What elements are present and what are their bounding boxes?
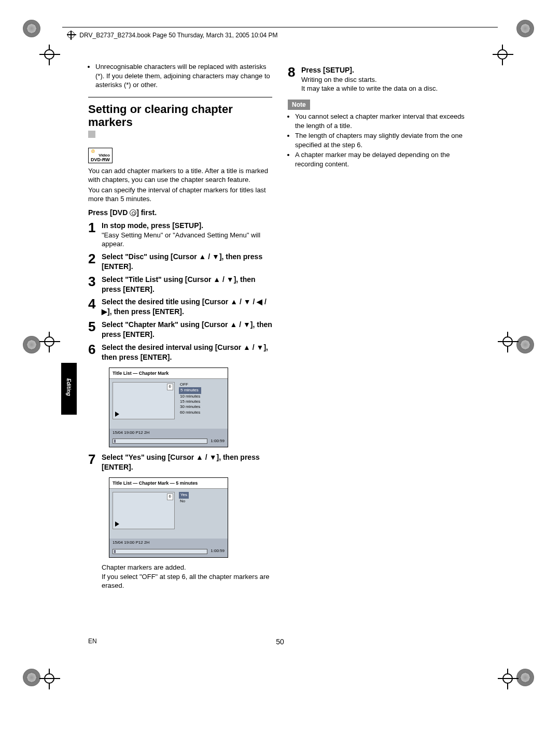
section-rule: [88, 97, 272, 97]
note-item: The length of chapters may slightly devi…: [295, 131, 472, 149]
press-dvd-first: Press [DVD ] first.: [88, 208, 272, 218]
scr1-thumb-num: 6: [167, 384, 173, 390]
scr2-time: 1:00:59: [211, 548, 225, 554]
scr2-title: Title List — Chapter Mark — 5 minutes: [109, 478, 228, 489]
scr1-title: Title List — Chapter Mark: [109, 368, 228, 379]
option-item: 10 minutes: [179, 394, 201, 399]
crop-mark: [39, 332, 60, 352]
intro-p2: You can specify the interval of chapter …: [88, 186, 272, 204]
step-title: Select "Yes" using [Cursor ▲ / ▼], then …: [102, 453, 272, 472]
reg-mark-tl: [23, 20, 40, 37]
step-body-text: "Easy Setting Menu" or "Advanced Setting…: [102, 231, 272, 249]
note-item: You cannot select a chapter marker inter…: [295, 112, 472, 130]
crop-mark: [493, 45, 513, 65]
scr2-options: YesNo: [179, 492, 189, 504]
header-rule: [62, 27, 498, 27]
option-item: Yes: [179, 492, 189, 498]
option-item: 15 minutes: [179, 399, 201, 404]
option-item: 60 minutes: [179, 410, 201, 415]
intro-bullet: Unrecognisable characters will be replac…: [88, 62, 272, 90]
side-tab-label: Editing: [66, 378, 72, 396]
scr1-thumb: 6: [113, 382, 175, 419]
step-num: 5: [88, 320, 102, 340]
running-header: DRV_B2737_B2734.book Page 50 Thursday, M…: [67, 30, 278, 39]
reg-mark-ml: [23, 336, 40, 354]
step-num: 2: [88, 252, 102, 272]
step-8-num: 8: [288, 65, 301, 93]
bullet-text: Unrecognisable characters will be replac…: [95, 62, 272, 90]
ui-screenshot-confirm: Title List — Chapter Mark — 5 minutes 6 …: [109, 477, 228, 558]
crop-mark: [498, 332, 519, 352]
side-tab-editing: Editing: [61, 363, 77, 415]
reg-mark-br: [516, 669, 534, 686]
scr2-thumb: 6: [113, 492, 175, 529]
step-8-title: Press [SETUP].: [301, 65, 472, 75]
step-3: 3Select "Title List" using [Cursor ▲ / ▼…: [88, 275, 272, 294]
scr1-options: OFF5 minutes10 minutes15 minutes30 minut…: [179, 382, 201, 415]
reg-mark-tr: [516, 20, 534, 37]
scr2-thumb-num: 6: [167, 493, 173, 500]
step-title: Select "Chapter Mark" using [Cursor ▲ / …: [102, 320, 272, 340]
scr1-progress: [113, 439, 207, 444]
option-item: 30 minutes: [179, 404, 201, 409]
after-scr2-b: If you select "OFF" at step 6, all the c…: [102, 572, 272, 590]
section-heading: Setting or clearing chapter markers: [88, 103, 272, 129]
header-text: DRV_B2737_B2734.book Page 50 Thursday, M…: [79, 32, 277, 39]
step-num: 3: [88, 275, 102, 294]
step-title: Select "Title List" using [Cursor ▲ / ▼]…: [102, 275, 272, 294]
step-title: Select "Disc" using [Cursor ▲ / ▼], then…: [102, 252, 272, 272]
option-item: OFF: [179, 382, 201, 387]
crop-mark: [39, 45, 60, 65]
option-item: 5 minutes: [179, 387, 201, 393]
step-1: 1In stop mode, press [SETUP]."Easy Setti…: [88, 221, 272, 249]
step-8-body1: Writing on the disc starts.: [301, 75, 472, 84]
step-title: Select the desired title using [Cursor ▲…: [102, 297, 272, 317]
intro-p1: You can add chapter markers to a title. …: [88, 166, 272, 185]
play-icon: [115, 412, 119, 417]
after-scr2-a: Chapter markers are added.: [102, 563, 272, 572]
disc-icon: [130, 209, 136, 216]
section-marker: [88, 131, 95, 138]
dvd-rw-badge: 📀 Video DVD-RW: [88, 148, 113, 163]
scr1-foot: 15/04 19:00 P12 2H: [109, 429, 228, 437]
step-4: 4Select the desired title using [Cursor …: [88, 297, 272, 317]
step-title: In stop mode, press [SETUP].: [102, 221, 272, 231]
badge-line2: DVD-RW: [91, 157, 110, 162]
reg-mark-bl: [23, 669, 40, 686]
step-5: 5Select "Chapter Mark" using [Cursor ▲ /…: [88, 320, 272, 340]
step-num: 4: [88, 297, 102, 317]
crop-mark: [498, 669, 519, 689]
ui-screenshot-chapter-mark: Title List — Chapter Mark 6 OFF5 minutes…: [109, 368, 228, 448]
play-icon: [115, 521, 119, 527]
note-item: A chapter marker may be delayed dependin…: [295, 150, 472, 168]
scr2-foot: 15/04 19:00 P12 2H: [109, 539, 228, 547]
crop-mark: [39, 669, 60, 689]
step-num: 6: [88, 343, 102, 362]
step-8-body2: It may take a while to write the data on…: [301, 84, 472, 93]
reg-mark-mr: [516, 336, 534, 354]
option-item: No: [179, 499, 189, 504]
page-number: 50: [0, 638, 560, 646]
step-title: Select the desired interval using [Curso…: [102, 343, 272, 362]
step-num: 7: [88, 453, 102, 472]
scr2-progress: [113, 549, 207, 554]
scr1-time: 1:00:59: [211, 439, 225, 444]
notes-list: You cannot select a chapter marker inter…: [288, 112, 472, 168]
step-7: 7Select "Yes" using [Cursor ▲ / ▼], then…: [88, 453, 272, 472]
step-2: 2Select "Disc" using [Cursor ▲ / ▼], the…: [88, 252, 272, 272]
step-6: 6Select the desired interval using [Curs…: [88, 343, 272, 362]
step-num: 1: [88, 221, 102, 249]
note-badge: Note: [288, 100, 310, 110]
